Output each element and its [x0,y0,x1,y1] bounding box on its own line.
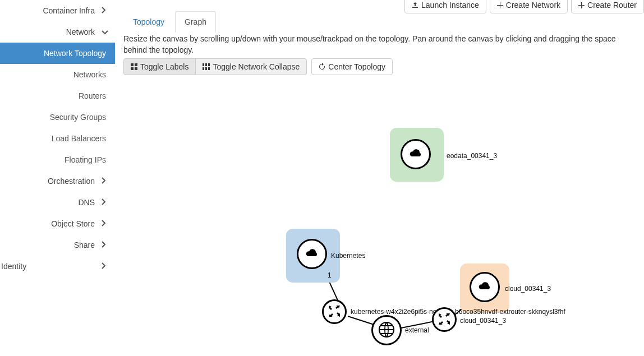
view-tabs: Topology Graph [123,11,217,33]
node-label-router-cloud: cloud_00341_3 [460,317,506,325]
toggle-labels-button[interactable]: Toggle Labels [123,58,196,75]
tab-label: Topology [133,17,164,26]
create-router-button[interactable]: Create Router [571,0,644,13]
node-label-external: external [405,326,429,334]
node-label-cloud: cloud_00341_3 [505,285,551,293]
sidebar-item-dns[interactable]: DNS [0,192,115,213]
sidebar-sub-label: Load Balancers [52,134,106,143]
chevron-right-icon [102,262,106,271]
sidebar-item-identity[interactable]: Identity [0,256,115,277]
svg-rect-9 [208,67,210,70]
network-node-eodata[interactable] [401,139,431,169]
chevron-right-icon [102,219,106,228]
sidebar-sub-label: Networks [73,70,106,79]
node-label-kubernetes: Kubernetes [331,252,365,260]
sidebar-sub-label: Floating IPs [65,155,106,164]
sidebar-sub-label: Routers [79,91,106,100]
chevron-right-icon [102,241,106,249]
sidebar-sub-security-groups[interactable]: Security Groups [0,107,115,128]
sidebar-item-label: Network [7,27,102,36]
plus-icon [497,2,503,8]
toggle-collapse-button[interactable]: Toggle Network Collapse [195,58,307,75]
globe-icon [378,321,395,340]
svg-rect-7 [203,67,204,70]
sidebar-item-orchestration[interactable]: Orchestration [0,170,115,192]
sidebar-sub-label: Network Topology [44,49,106,58]
cloud-icon [305,248,319,260]
sidebar-item-object-store[interactable]: Object Store [0,213,115,234]
sidebar-item-share[interactable]: Share [0,234,115,256]
external-network-node[interactable] [371,315,402,345]
node-label-router-k8s: kubernetes-w4x2i2e6pi5s-network-b6oco35h… [351,308,565,316]
sidebar-item-container-infra[interactable]: Container Infra [0,0,115,21]
create-network-button[interactable]: Create Network [490,0,568,13]
sidebar-sub-routers[interactable]: Routers [0,85,115,107]
button-label: Create Router [587,1,637,10]
plus-icon [578,2,585,8]
sidebar-sub-load-balancers[interactable]: Load Balancers [0,128,115,149]
sidebar-item-network[interactable]: Network [0,21,115,43]
arrows-icon [436,311,452,329]
chevron-down-icon [102,27,106,36]
sidebar-item-label: Orchestration [7,177,102,186]
arrows-icon [326,303,342,321]
sidebar-sub-networks[interactable]: Networks [0,64,115,85]
toggle-button-group: Toggle Labels Toggle Network Collapse [123,58,307,75]
top-action-buttons: Launch Instance Create Network Create Ro… [404,0,644,13]
svg-rect-8 [205,67,207,70]
node-label-eodata: eodata_00341_3 [447,152,497,160]
sidebar: Container Infra Network Network Topology… [0,0,115,356]
graph-toolbar: Toggle Labels Toggle Network Collapse Ce… [123,58,393,75]
cloud-icon [477,281,492,293]
svg-rect-2 [131,67,134,70]
grid-large-icon [203,63,210,70]
sidebar-sub-label: Security Groups [50,113,106,122]
svg-rect-4 [203,63,204,66]
network-node-kubernetes[interactable] [297,239,327,269]
sidebar-item-label: Identity [1,262,26,271]
network-node-cloud[interactable] [470,272,500,302]
grid-small-icon [131,63,137,70]
launch-instance-button[interactable]: Launch Instance [404,0,486,13]
router-node-kubernetes[interactable] [322,299,347,324]
chevron-right-icon [102,198,106,207]
tab-topology[interactable]: Topology [123,11,174,33]
sidebar-item-label: Share [7,241,102,249]
sidebar-item-label: Container Infra [7,6,102,15]
chevron-right-icon [102,177,106,186]
chevron-right-icon [102,6,106,15]
button-label: Toggle Network Collapse [213,62,300,71]
sidebar-sub-floating-ips[interactable]: Floating IPs [0,149,115,170]
tab-graph[interactable]: Graph [175,11,216,33]
sidebar-sub-network-topology[interactable]: Network Topology [0,43,115,64]
sidebar-item-label: DNS [7,198,102,207]
svg-rect-3 [135,67,137,70]
button-label: Create Network [506,1,560,10]
node-badge-kubernetes: 1 [328,271,332,279]
cloud-icon [408,149,423,160]
help-text: Resize the canvas by scrolling up/down w… [123,34,638,56]
svg-rect-1 [135,63,137,66]
tab-label: Graph [185,17,206,26]
refresh-icon [319,63,325,70]
svg-rect-0 [131,63,134,66]
svg-rect-5 [205,63,207,66]
center-topology-button[interactable]: Center Topology [311,58,393,75]
upload-icon [412,2,418,8]
button-label: Center Topology [328,62,385,71]
router-node-cloud[interactable] [432,307,457,332]
button-label: Launch Instance [421,1,479,10]
sidebar-item-label: Object Store [7,219,102,228]
button-label: Toggle Labels [140,62,188,71]
svg-rect-6 [208,63,210,66]
